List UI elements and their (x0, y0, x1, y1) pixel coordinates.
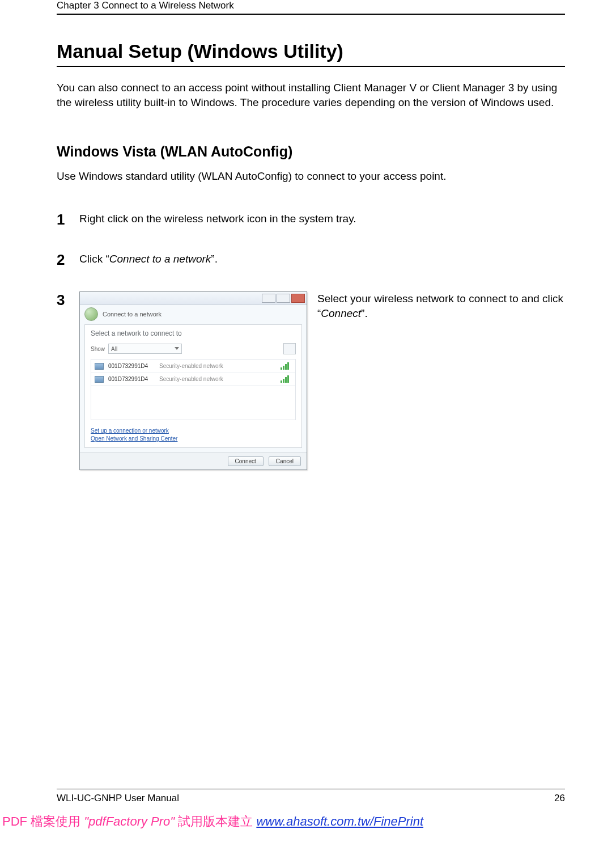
minimize-icon[interactable] (262, 294, 275, 303)
footer-manual-name: WLI-UC-GNHP User Manual (57, 793, 179, 804)
list-item[interactable]: 001D732991D4 Security-enabled network (91, 373, 295, 386)
watermark-text2: 試用版本建立 (175, 814, 256, 828)
setup-connection-link[interactable]: Set up a connection or network (91, 427, 296, 435)
maximize-icon[interactable] (277, 294, 290, 303)
dialog-header: Connect to a network (80, 305, 307, 324)
connect-button[interactable]: Connect (228, 456, 264, 466)
network-name: 001D732991D4 (108, 363, 159, 369)
step3-italic: Connect (321, 307, 361, 319)
show-label: Show (91, 346, 105, 352)
network-list: 001D732991D4 Security-enabled network 00… (91, 359, 296, 420)
step2-italic: Connect to a network (109, 253, 211, 265)
step3-prefix: Select your wireless network to connect … (317, 293, 563, 304)
step-text: Click “Connect to a network”. (79, 251, 565, 265)
close-icon[interactable] (291, 294, 305, 303)
open-network-center-link[interactable]: Open Network and Sharing Center (91, 435, 296, 443)
dialog-titlebar (80, 292, 307, 305)
step-text: Right click on the wireless network icon… (79, 211, 565, 225)
quote-close: ”. (361, 307, 368, 319)
cancel-button[interactable]: Cancel (269, 456, 301, 466)
dialog-footer: Connect Cancel (80, 452, 307, 469)
network-name: 001D732991D4 (108, 376, 159, 382)
step-3: 3 Connect to a network Select a network … (57, 291, 565, 470)
network-orb-icon (84, 307, 98, 321)
show-select[interactable]: All (108, 344, 182, 354)
chapter-header: Chapter 3 Connect to a Wireless Network (57, 0, 565, 15)
watermark-link[interactable]: www.ahasoft.com.tw/FinePrint (256, 814, 423, 828)
subsection-title: Windows Vista (WLAN AutoConfig) (57, 143, 565, 160)
step-number: 3 (57, 291, 79, 309)
show-row: Show All (91, 343, 296, 354)
dialog-title: Connect to a network (103, 311, 162, 318)
dialog-subtitle: Select a network to connect to (91, 329, 296, 337)
list-item[interactable]: 001D732991D4 Security-enabled network (91, 359, 295, 373)
step3-text: Select your wireless network to connect … (317, 291, 565, 320)
network-icon (95, 375, 104, 383)
vista-dialog: Connect to a network Select a network to… (79, 291, 307, 470)
step2-prefix: Click (79, 253, 105, 265)
network-icon (95, 362, 104, 370)
watermark-product: "pdfFactory Pro" (84, 814, 175, 828)
subsection-intro: Use Windows standard utility (WLAN AutoC… (57, 170, 565, 183)
step-number: 2 (57, 251, 79, 269)
pdf-watermark: PDF 檔案使用 "pdfFactory Pro" 試用版本建立 www.aha… (0, 811, 616, 835)
network-security: Security-enabled network (159, 363, 281, 369)
refresh-icon[interactable] (283, 343, 296, 354)
step-2: 2 Click “Connect to a network”. (57, 251, 565, 269)
watermark-text1: PDF 檔案使用 (2, 814, 84, 828)
signal-icon (281, 375, 292, 383)
show-value: All (111, 346, 117, 352)
network-security: Security-enabled network (159, 376, 281, 382)
quote-close: ”. (211, 253, 218, 265)
footer-page-number: 26 (554, 793, 565, 804)
step-number: 1 (57, 211, 79, 229)
page-footer: WLI-UC-GNHP User Manual 26 (57, 789, 565, 804)
section-title: Manual Setup (Windows Utility) (57, 40, 565, 67)
dialog-links: Set up a connection or network Open Netw… (91, 427, 296, 443)
dialog-body: Select a network to connect to Show All … (84, 324, 302, 448)
step-1: 1 Right click on the wireless network ic… (57, 211, 565, 229)
signal-icon (281, 362, 292, 370)
intro-paragraph: You can also connect to an access point … (57, 81, 565, 109)
